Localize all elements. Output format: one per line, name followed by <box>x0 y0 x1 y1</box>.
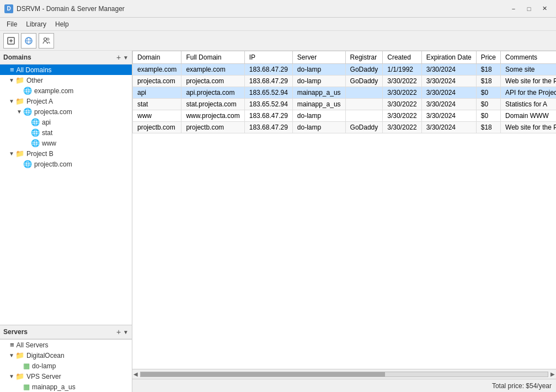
servers-section-header[interactable]: Servers + ▼ <box>0 325 132 339</box>
svg-point-7 <box>47 38 49 40</box>
table-cell <box>345 87 383 99</box>
menu-help[interactable]: Help <box>51 19 73 29</box>
users-icon <box>42 37 50 45</box>
all-servers-list-icon: ≡ <box>10 341 14 349</box>
projectb-com-item[interactable]: 🌐 projectb.com <box>0 159 132 169</box>
vps-server-expand[interactable]: ▼ <box>8 373 15 379</box>
table-cell: Domain WWW <box>501 110 556 122</box>
close-button[interactable]: ✕ <box>537 3 552 14</box>
table-row[interactable]: statstat.projecta.com183.65.52.94mainapp… <box>133 99 557 110</box>
table-cell: do-lamp <box>292 110 345 122</box>
app-icon: D <box>4 4 13 13</box>
do-lamp-label: do-lamp <box>32 362 56 370</box>
svg-point-6 <box>44 37 47 40</box>
vps-server-folder-icon: 📁 <box>15 372 24 380</box>
digitalocean-label: DigitalOcean <box>26 352 65 359</box>
col-domain[interactable]: Domain <box>133 51 181 64</box>
vps-server-group-item[interactable]: ▼ 📁 VPS Server <box>0 371 132 382</box>
mainapp-item[interactable]: ▦ mainapp_a_us <box>0 382 132 392</box>
digitalocean-group-item[interactable]: ▼ 📁 DigitalOcean <box>0 350 132 361</box>
col-expiration[interactable]: Expiration Date <box>421 51 476 64</box>
table-cell: 3/30/2024 <box>421 99 476 110</box>
table-row[interactable]: apiapi.projecta.com183.65.52.94mainapp_a… <box>133 87 557 99</box>
table-container[interactable]: Domain Full Domain IP Server Registrar C… <box>132 51 556 369</box>
table-cell: 3/30/2022 <box>383 99 421 110</box>
menu-library[interactable]: Library <box>22 19 51 29</box>
maximize-button[interactable]: □ <box>522 3 536 14</box>
table-row[interactable]: example.comexample.com183.68.47.29do-lam… <box>133 64 557 76</box>
table-cell: API for the Project A <box>501 87 556 99</box>
users-button[interactable] <box>39 33 54 49</box>
add-domain-button[interactable] <box>3 33 19 49</box>
other-group-item[interactable]: ▼ 📁 Other <box>0 75 132 85</box>
table-cell: 183.65.52.94 <box>244 99 292 110</box>
servers-collapse-button[interactable]: ▼ <box>123 329 129 335</box>
col-comments[interactable]: Comments <box>501 51 556 64</box>
table-row[interactable]: projecta.comprojecta.com183.68.47.29do-l… <box>133 76 557 87</box>
table-cell: api <box>133 87 181 99</box>
menu-file[interactable]: File <box>2 19 22 29</box>
menu-bar: File Library Help <box>0 18 556 31</box>
project-b-expand[interactable]: ▼ <box>8 151 15 157</box>
window-controls: − □ ✕ <box>506 3 552 14</box>
digitalocean-expand[interactable]: ▼ <box>8 352 15 358</box>
project-a-item[interactable]: ▼ 📁 Project A <box>0 96 132 106</box>
status-bar: Total price: $54/year <box>132 379 556 392</box>
table-cell: example.com <box>133 64 181 76</box>
scroll-left-btn[interactable]: ◀ <box>133 371 138 377</box>
minimize-button[interactable]: − <box>506 3 521 14</box>
project-b-item[interactable]: ▼ 📁 Project B <box>0 148 132 159</box>
other-label: Other <box>26 77 43 84</box>
all-servers-item[interactable]: ≡ All Servers <box>0 340 132 350</box>
table-header: Domain Full Domain IP Server Registrar C… <box>133 51 557 64</box>
table-cell: projecta.com <box>133 76 181 87</box>
domains-add-button[interactable]: + <box>116 53 121 62</box>
horizontal-scrollbar[interactable]: ◀ ▶ <box>132 369 556 379</box>
globe-button[interactable] <box>21 33 36 49</box>
www-item[interactable]: 🌐 www <box>0 138 132 148</box>
api-icon: 🌐 <box>31 118 40 126</box>
stat-item[interactable]: 🌐 stat <box>0 127 132 138</box>
projecta-com-expand[interactable]: ▼ <box>15 109 23 115</box>
col-created[interactable]: Created <box>383 51 421 64</box>
col-server[interactable]: Server <box>292 51 345 64</box>
col-registrar[interactable]: Registrar <box>345 51 383 64</box>
vps-server-label: VPS Server <box>26 373 61 380</box>
table-cell: 3/30/2024 <box>421 64 476 76</box>
table-cell: Web site for the Project B <box>501 122 556 133</box>
project-b-label: Project B <box>26 150 54 158</box>
scrollbar-thumb[interactable] <box>141 372 385 377</box>
table-cell: $0 <box>476 110 500 122</box>
domains-collapse-button[interactable]: ▼ <box>123 55 129 61</box>
all-domains-item[interactable]: ≡ All Domains <box>0 65 132 75</box>
domains-label: Domains <box>3 53 116 61</box>
projecta-com-item[interactable]: ▼ 🌐 projecta.com <box>0 106 132 117</box>
scroll-right-btn[interactable]: ▶ <box>550 371 555 377</box>
do-lamp-item[interactable]: ▦ do-lamp <box>0 361 132 371</box>
other-expand[interactable]: ▼ <box>8 77 15 83</box>
table-cell: 3/30/2022 <box>383 76 421 87</box>
table-cell: 3/30/2022 <box>383 110 421 122</box>
table-cell: Statistics for A <box>501 99 556 110</box>
scrollbar-track[interactable] <box>140 372 548 377</box>
table-row[interactable]: projectb.comprojectb.com183.68.47.29do-l… <box>133 122 557 133</box>
col-price[interactable]: Price <box>476 51 500 64</box>
servers-add-button[interactable]: + <box>116 327 121 336</box>
table-cell: 183.65.52.94 <box>244 87 292 99</box>
example-com-item[interactable]: 🌐 example.com <box>0 85 132 96</box>
content-area: Domain Full Domain IP Server Registrar C… <box>132 51 556 392</box>
table-cell: api.projecta.com <box>181 87 244 99</box>
table-cell: stat <box>133 99 181 110</box>
col-ip[interactable]: IP <box>244 51 292 64</box>
toolbar <box>0 31 556 51</box>
domains-section-header[interactable]: Domains + ▼ <box>0 51 132 65</box>
table-cell: do-lamp <box>292 122 345 133</box>
project-a-expand[interactable]: ▼ <box>8 98 15 104</box>
table-cell: example.com <box>181 64 244 76</box>
table-row[interactable]: wwwwww.projecta.com183.68.47.29do-lamp3/… <box>133 110 557 122</box>
api-item[interactable]: 🌐 api <box>0 117 132 127</box>
col-full-domain[interactable]: Full Domain <box>181 51 244 64</box>
table-cell: 183.68.47.29 <box>244 76 292 87</box>
globe-icon <box>25 37 33 45</box>
table-cell: do-lamp <box>292 76 345 87</box>
